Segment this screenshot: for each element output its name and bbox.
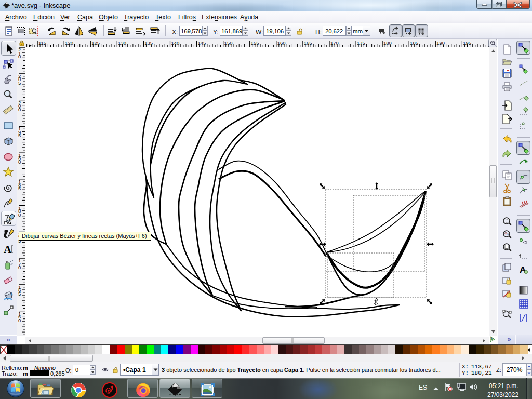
svg-text:120: 120	[65, 40, 73, 46]
svg-text:160: 160	[277, 40, 286, 46]
svg-text:0: 0	[18, 159, 21, 165]
svg-text:A: A	[4, 243, 12, 255]
svg-text:125: 125	[91, 40, 100, 46]
svg-text:145: 145	[198, 40, 206, 46]
svg-text:A: A	[520, 265, 526, 275]
svg-text:0: 0	[18, 212, 21, 218]
svg-text:0: 0	[18, 264, 21, 270]
svg-text:0: 0	[18, 54, 21, 59]
svg-text:5: 5	[18, 185, 21, 191]
svg-text:115: 115	[38, 40, 46, 46]
svg-text:170: 170	[330, 40, 339, 46]
svg-text:180: 180	[383, 40, 392, 46]
svg-text:175: 175	[357, 40, 365, 46]
svg-text:140: 140	[171, 40, 179, 46]
svg-text:185: 185	[410, 40, 418, 46]
svg-text:5: 5	[18, 80, 21, 86]
svg-text:0: 0	[18, 317, 21, 323]
svg-text:5: 5	[18, 132, 21, 138]
svg-text:195: 195	[463, 40, 471, 46]
svg-text:155: 155	[251, 40, 259, 46]
svg-text:5: 5	[18, 291, 21, 297]
svg-text:165: 165	[304, 40, 312, 46]
svg-text:150: 150	[224, 40, 233, 46]
svg-text:190: 190	[436, 40, 445, 46]
svg-text:135: 135	[144, 40, 153, 46]
svg-text:0: 0	[18, 107, 21, 112]
svg-text:130: 130	[118, 40, 126, 46]
